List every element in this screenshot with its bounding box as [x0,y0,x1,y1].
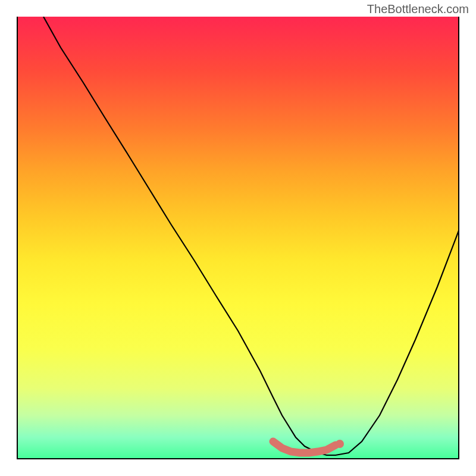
watermark-text: TheBottleneck.com [367,2,469,16]
plot-background [17,17,459,459]
chart-container: TheBottleneck.com [0,0,476,476]
